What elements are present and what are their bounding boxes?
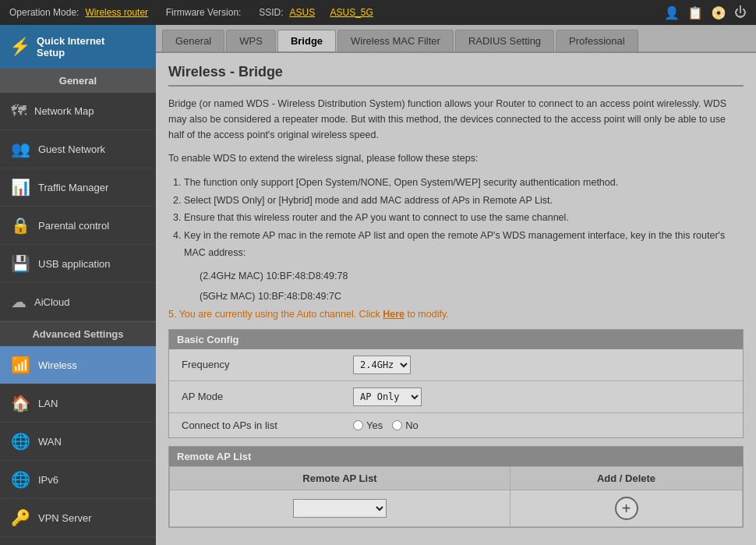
wan-icon: 🌐	[11, 432, 30, 451]
sidebar-item-guest-network[interactable]: 👥 Guest Network	[0, 130, 156, 168]
frequency-select[interactable]: 2.4GHz 5GHz	[353, 356, 411, 374]
sidebar-item-label: Parental control	[38, 220, 109, 232]
advanced-settings-label: Advanced Settings	[0, 321, 156, 346]
frequency-row: Frequency 2.4GHz 5GHz	[169, 349, 743, 381]
sidebar-item-usb-application[interactable]: 💾 USB application	[0, 245, 156, 283]
parental-control-icon: 🔒	[11, 216, 30, 235]
col-add-delete: Add / Delete	[510, 466, 743, 490]
traffic-manager-icon: 📊	[11, 178, 30, 196]
sidebar-item-label: Guest Network	[38, 143, 105, 155]
connect-yes-label[interactable]: Yes	[353, 419, 383, 431]
copy-icon[interactable]: 📋	[687, 5, 703, 20]
sidebar-item-ipv6[interactable]: 🌐 IPv6	[0, 461, 156, 499]
connect-no-label[interactable]: No	[392, 419, 419, 431]
firmware-label: Firmware Version:	[166, 7, 242, 18]
ssid-2g[interactable]: ASUS	[289, 7, 315, 18]
layout: ⚡ Quick InternetSetup General 🗺 Network …	[0, 25, 756, 545]
sidebar-item-aicloud[interactable]: ☁ AiCloud	[0, 283, 156, 321]
frequency-control: 2.4GHz 5GHz	[353, 356, 411, 374]
tab-general[interactable]: General	[162, 30, 224, 51]
tab-professional[interactable]: Professional	[556, 30, 638, 51]
ap-mode-select[interactable]: AP Only WDS Only Hybrid	[353, 388, 422, 406]
sidebar: ⚡ Quick InternetSetup General 🗺 Network …	[0, 25, 156, 545]
connect-ap-label: Connect to APs in list	[182, 419, 353, 431]
sidebar-item-label: Network Map	[34, 105, 94, 117]
wireless-icon: 📶	[11, 356, 30, 374]
operation-mode-value[interactable]: Wireless router	[85, 7, 148, 18]
add-button[interactable]: +	[615, 497, 638, 520]
remote-ap-table: Remote AP List Add / Delete	[169, 466, 743, 527]
sidebar-item-label: LAN	[38, 398, 58, 409]
usb-app-icon: 💾	[11, 254, 30, 273]
mac-2g: (2.4GHz MAC) 10:BF:48:D8:49:78	[200, 268, 744, 284]
connect-yes-radio[interactable]	[353, 420, 363, 430]
col-remote-ap-list: Remote AP List	[170, 466, 510, 490]
top-bar: Operation Mode: Wireless router Firmware…	[0, 0, 756, 25]
network-map-icon: 🗺	[11, 102, 26, 120]
page-content: Wireless - Bridge Bridge (or named WDS -…	[156, 53, 756, 545]
sidebar-item-label: VPN Server	[38, 512, 92, 524]
lan-icon: 🏠	[11, 394, 30, 412]
connect-no-radio[interactable]	[392, 420, 402, 430]
sidebar-item-label: USB application	[38, 258, 111, 270]
connect-ap-control: Yes No	[353, 419, 419, 431]
page-description1: Bridge (or named WDS - Wireless Distribu…	[168, 96, 744, 143]
step-2: Select [WDS Only] or [Hybrid] mode and a…	[184, 192, 744, 210]
ipv6-icon: 🌐	[11, 470, 30, 489]
tab-bridge[interactable]: Bridge	[277, 30, 336, 51]
step-4: Key in the remote AP mac in the remote A…	[184, 227, 744, 262]
vpn-icon: 🔑	[11, 508, 30, 527]
add-delete-cell: +	[510, 490, 743, 526]
sidebar-item-wan[interactable]: 🌐 WAN	[0, 423, 156, 461]
auto-channel-note: 5. You are currently using the Auto chan…	[168, 309, 744, 320]
sidebar-item-label: AiCloud	[34, 296, 70, 308]
sidebar-item-network-map[interactable]: 🗺 Network Map	[0, 93, 156, 130]
tab-wps[interactable]: WPS	[226, 30, 276, 51]
sidebar-item-label: Traffic Manager	[38, 182, 108, 193]
top-bar-info: Operation Mode: Wireless router Firmware…	[9, 7, 373, 18]
quick-setup-label: Quick InternetSetup	[37, 35, 104, 58]
connect-ap-row: Connect to APs in list Yes No	[169, 413, 743, 437]
tab-radius-setting[interactable]: RADIUS Setting	[455, 30, 554, 51]
aicloud-icon: ☁	[11, 292, 26, 311]
steps-list: The function only support [Open System/N…	[184, 174, 744, 262]
frequency-label: Frequency	[182, 359, 353, 370]
auto-channel-suffix: to modify.	[404, 309, 449, 320]
operation-mode-label: Operation Mode:	[9, 7, 79, 18]
remote-ap-section: Remote AP List Remote AP List Add / Dele…	[168, 446, 744, 528]
remote-ap-input-cell	[170, 490, 510, 526]
auto-channel-prefix: 5. You are currently using the Auto chan…	[168, 309, 383, 320]
tab-wireless-mac-filter[interactable]: Wireless MAC Filter	[337, 30, 454, 51]
general-section-label: General	[0, 69, 156, 93]
connect-no-text: No	[405, 419, 419, 431]
ap-mode-label: AP Mode	[182, 391, 353, 402]
sidebar-item-label: IPv6	[38, 474, 58, 486]
sidebar-item-parental-control[interactable]: 🔒 Parental control	[0, 207, 156, 245]
main-content: General WPS Bridge Wireless MAC Filter R…	[156, 25, 756, 545]
basic-config-section: Basic Config Frequency 2.4GHz 5GHz AP Mo…	[168, 329, 744, 438]
page-description2: To enable WDS to extend the wireless sig…	[168, 150, 744, 166]
remote-ap-header: Remote AP List	[169, 447, 743, 466]
sidebar-item-label: Wireless	[38, 359, 77, 371]
sidebar-item-traffic-manager[interactable]: 📊 Traffic Manager	[0, 168, 156, 207]
sidebar-item-wireless[interactable]: 📶 Wireless	[0, 346, 156, 384]
remote-ap-select[interactable]	[293, 499, 387, 518]
usb-icon[interactable]: 📀	[711, 5, 726, 20]
remote-ap-row: +	[170, 490, 743, 526]
top-bar-icons: 👤 📋 📀 ⏻	[664, 5, 747, 20]
sidebar-item-label: WAN	[38, 436, 62, 448]
mac-5g: (5GHz MAC) 10:BF:48:D8:49:7C	[200, 288, 744, 304]
ssid-label: SSID:	[259, 7, 283, 18]
ssid-5g[interactable]: ASUS_5G	[330, 7, 373, 18]
guest-network-icon: 👥	[11, 140, 30, 158]
user-icon[interactable]: 👤	[664, 5, 680, 20]
quick-setup-icon: ⚡	[9, 37, 30, 57]
ap-mode-control: AP Only WDS Only Hybrid	[353, 388, 422, 406]
tab-bar: General WPS Bridge Wireless MAC Filter R…	[156, 25, 756, 53]
power-icon[interactable]: ⏻	[734, 5, 747, 20]
auto-channel-link[interactable]: Here	[383, 309, 404, 320]
quick-internet-setup[interactable]: ⚡ Quick InternetSetup	[0, 25, 156, 69]
sidebar-item-vpn-server[interactable]: 🔑 VPN Server	[0, 499, 156, 537]
sidebar-item-lan[interactable]: 🏠 LAN	[0, 384, 156, 423]
ap-mode-row: AP Mode AP Only WDS Only Hybrid	[169, 381, 743, 413]
